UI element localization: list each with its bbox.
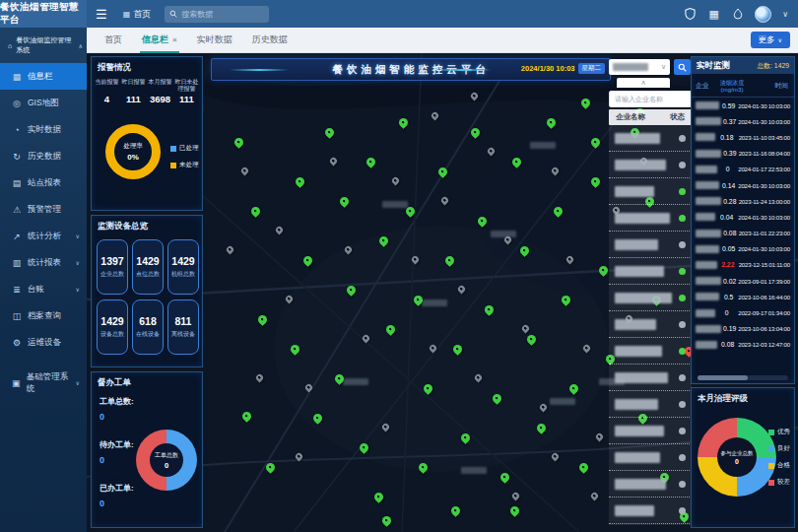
company-list-row[interactable] [609, 258, 692, 285]
map-search-button[interactable] [674, 59, 691, 75]
stat-value: 0 [100, 455, 134, 465]
rating-donut: 参与企业总数 0 [698, 418, 776, 497]
rating-panel: 本月治理评级 参与企业总数 0 优秀良好合格较差 [691, 387, 795, 528]
menu-toggle-icon[interactable]: ☰ [96, 7, 107, 22]
legend-label: 合格 [777, 461, 790, 470]
realtime-row[interactable]: 2.222023-12-15 01:11:00 [696, 257, 790, 273]
panel-title: 监测设备总览 [92, 216, 202, 235]
sidebar-item-realtime-data[interactable]: ◔实时数据 [0, 116, 87, 143]
list-collapse-toggle[interactable]: ∧ [617, 78, 670, 88]
panel-title: 督办工单 [92, 372, 202, 392]
status-dot-offline [679, 507, 686, 514]
stat-label: 待办工单: [100, 439, 134, 450]
sidebar-item-history-data[interactable]: ↻历史数据 [0, 143, 87, 169]
tab-历史数据[interactable]: 历史数据 [242, 28, 298, 53]
realtime-row[interactable]: 0.592024-01-30 10:03:00 [696, 98, 790, 113]
sidebar-item-ops-device[interactable]: ⚙运维设备 [0, 329, 87, 356]
sidebar-item-warning-manage[interactable]: ⚠预警管理 [0, 196, 87, 223]
sidebar-item-gis-map[interactable]: ◎GIS地图 [0, 90, 87, 116]
realtime-row[interactable]: 0.182023-11-10 03:45:00 [696, 129, 790, 145]
realtime-row[interactable]: 0.022023-09-01 17:39:00 [696, 273, 790, 289]
company-list-row[interactable] [609, 418, 692, 444]
more-button[interactable]: 更多∨ [751, 32, 790, 48]
scrollbar[interactable] [698, 375, 788, 380]
company-list-row[interactable] [609, 125, 692, 152]
status-dot-offline [679, 162, 686, 168]
company-name-input[interactable] [609, 91, 692, 107]
close-icon[interactable]: × [172, 35, 177, 44]
company-list-row[interactable] [609, 471, 692, 498]
sidebar-item-stat-analysis[interactable]: ↗统计分析∨ [0, 223, 87, 249]
tab-实时数据[interactable]: 实时数据 [187, 28, 242, 53]
weekday-badge: 星期二 [578, 63, 606, 74]
realtime-row[interactable]: 0.392023-11-16 08:04:00 [696, 146, 790, 162]
user-avatar[interactable] [755, 6, 771, 23]
density-value: 0.05 [719, 245, 738, 252]
scrollbar-thumb[interactable] [698, 375, 748, 380]
stat-label: 当前报警 [94, 79, 120, 93]
sidebar-item-stat-report[interactable]: ▥统计报表∨ [0, 249, 87, 276]
realtime-row[interactable]: 0.052024-01-30 10:03:00 [696, 241, 790, 257]
chevron-down-icon[interactable]: ∨ [782, 10, 788, 19]
company-list-row[interactable] [609, 205, 692, 232]
realtime-row[interactable]: 0.52023-10-06 16:44:00 [696, 289, 790, 304]
company-list-row[interactable] [609, 285, 692, 311]
sidebar-item-info-board[interactable]: ▦信息栏 [0, 63, 87, 90]
company-list-row[interactable] [609, 444, 692, 471]
company-name-redacted [696, 230, 721, 237]
alarm-legend: 已处理未处理 [170, 144, 199, 169]
legend-swatch [768, 480, 774, 486]
shield-icon[interactable] [684, 8, 697, 21]
map-banner-title: 餐饮油烟智能监控云平台 [332, 63, 490, 77]
status-dot-offline [679, 374, 686, 381]
sidebar-item-site-report[interactable]: ▤站点报表 [0, 169, 87, 196]
company-list-row[interactable] [609, 178, 692, 205]
company-name-redacted [615, 452, 660, 463]
realtime-row[interactable]: 0.082023-11-01 22:23:00 [696, 226, 790, 241]
realtime-row[interactable]: 0.042024-01-30 10:03:00 [696, 209, 790, 225]
panel-title: 报警情况 [92, 57, 202, 77]
nav-home[interactable]: ▦ 首页 [123, 8, 152, 21]
status-dot-offline [679, 481, 686, 488]
sidebar-item-ledger[interactable]: ≣台账∨ [0, 276, 87, 302]
sheet-icon: ▥ [12, 258, 22, 268]
workorder-stat: 工单总数:0 [100, 396, 134, 422]
company-name-redacted [615, 346, 662, 357]
flame-icon[interactable] [731, 8, 744, 21]
company-list-row[interactable] [609, 498, 692, 524]
realtime-row[interactable]: 02022-09-17 01:34:00 [696, 304, 790, 320]
realtime-row[interactable]: 02024-01-17 22:53:00 [696, 162, 790, 177]
realtime-row[interactable]: 0.192023-10-06 13:04:00 [696, 321, 790, 337]
apps-grid-icon[interactable]: ▦ [707, 8, 720, 21]
realtime-row[interactable]: 0.282023-11-24 13:00:00 [696, 193, 790, 209]
legend-label: 已处理 [179, 144, 199, 153]
company-list-row[interactable] [609, 152, 692, 178]
company-list-row[interactable] [609, 391, 692, 418]
header-actions: ▦ ∨ [684, 6, 798, 23]
legend-item: 已处理 [170, 144, 199, 153]
density-value: 0.14 [719, 182, 738, 189]
global-search[interactable] [165, 6, 269, 23]
sidebar-item-label: 基础管理系统 [27, 371, 70, 395]
realtime-row[interactable]: 0.372024-01-30 10:03:00 [696, 113, 790, 129]
company-list-row[interactable] [609, 338, 692, 365]
sidebar-item-archive-query[interactable]: ◫档案查询 [0, 302, 87, 329]
tab-信息栏[interactable]: 信息栏× [132, 28, 187, 53]
company-list-row[interactable] [609, 311, 692, 338]
map-icon: ◎ [12, 99, 22, 108]
legend-label: 优秀 [777, 428, 790, 436]
realtime-row[interactable]: 0.082023-12-03 12:47:00 [696, 337, 790, 353]
tab-首页[interactable]: 首页 [95, 28, 132, 53]
realtime-row[interactable]: 0.142024-01-30 10:03:00 [696, 177, 790, 193]
density-value: 0.18 [715, 134, 739, 141]
stat-value: 111 [120, 94, 147, 104]
global-search-input[interactable] [181, 10, 260, 19]
density-value: 0.08 [721, 230, 739, 236]
sidebar-group-header[interactable]: ⌂ 餐饮油烟监控管理系统 ∧ [0, 28, 87, 63]
company-select[interactable]: ∨ [609, 59, 670, 75]
sidebar-item-base-system[interactable]: ▣基础管理系统∨ [0, 369, 87, 396]
search-icon [169, 10, 177, 18]
company-list-row[interactable] [609, 232, 692, 258]
status-dot-offline [679, 454, 686, 461]
company-list-row[interactable] [609, 365, 692, 391]
